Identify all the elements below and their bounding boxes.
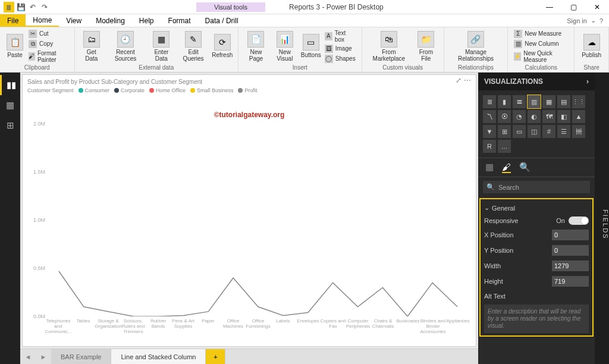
paste-button[interactable]: 📋Paste xyxy=(5,33,25,59)
new-measure-button[interactable]: ΣNew Measure xyxy=(513,29,569,39)
viz-type-icon[interactable]: ▤ xyxy=(557,95,570,108)
responsive-toggle[interactable] xyxy=(569,216,589,225)
viz-type-icon[interactable]: ▦ xyxy=(542,95,555,108)
from-file-button[interactable]: 📁From File xyxy=(413,30,439,63)
maximize-button[interactable]: ▢ xyxy=(561,0,585,14)
report-view-icon[interactable]: ▮▮ xyxy=(0,75,20,95)
redo-icon[interactable]: ↷ xyxy=(39,2,50,12)
chevron-right-icon[interactable]: › xyxy=(586,77,589,86)
viz-type-icon[interactable]: ⦿ xyxy=(498,110,511,123)
viz-type-icon[interactable]: ▮ xyxy=(498,95,511,108)
responsive-label: Responsive xyxy=(484,217,518,224)
tab-next-icon[interactable]: ► xyxy=(36,349,51,364)
ribbon-group-insert: Insert xyxy=(243,64,357,71)
enter-data-button[interactable]: ▦Enter Data xyxy=(147,30,175,63)
viz-type-icon[interactable]: 卌 xyxy=(572,125,585,138)
add-page-button[interactable]: + xyxy=(206,349,225,364)
shapes-button[interactable]: ◯Shapes xyxy=(324,54,357,64)
help-icon[interactable]: ? xyxy=(599,17,603,24)
viz-type-icon[interactable]: 〽 xyxy=(483,110,496,123)
format-tab-icon[interactable]: 🖌 xyxy=(502,162,511,173)
viz-type-icon[interactable]: 〓 xyxy=(513,95,526,108)
viz-type-icon[interactable]: ▼ xyxy=(483,125,496,138)
viz-type-icon[interactable]: ▥ xyxy=(528,95,541,108)
menu-view[interactable]: View xyxy=(59,14,89,27)
focus-mode-icon[interactable]: ⤢ xyxy=(456,76,462,84)
sign-in-link[interactable]: Sign in⌄? xyxy=(561,14,609,27)
visualizations-panel: VISUALIZATIONS› ≣▮〓▥▦▤⋮⋮〽⦿◔◐🗺◧▲▼⊞▭◫#☰卌R…… xyxy=(478,73,595,364)
general-section-header[interactable]: ⌄General xyxy=(484,202,589,214)
page-tabs: ◄ ► BAR Example Line and Stacked Column … xyxy=(20,349,478,364)
viz-type-icon[interactable]: 🗺 xyxy=(542,110,555,123)
copy-button[interactable]: ⧉Copy xyxy=(27,39,70,49)
height-input[interactable] xyxy=(552,276,589,287)
undo-icon[interactable]: ↶ xyxy=(27,2,38,12)
viz-type-icon[interactable]: R xyxy=(483,140,496,153)
edit-queries-button[interactable]: ✎Edit Queries xyxy=(178,30,209,63)
chart-visual[interactable]: ⤢ ⋯ Sales and Profit by Product Sub-Cate… xyxy=(22,74,476,347)
viz-type-icon[interactable]: ▲ xyxy=(572,110,585,123)
x-position-input[interactable] xyxy=(552,230,589,240)
format-search-input[interactable]: 🔍Search xyxy=(483,181,590,193)
manage-relationships-button[interactable]: 🔗Manage Relationships xyxy=(449,30,503,63)
ribbon-group-share: Share xyxy=(579,64,604,71)
y-position-input[interactable] xyxy=(552,245,589,256)
data-view-icon[interactable]: ▦ xyxy=(0,95,20,115)
chart-title: Sales and Profit by Product Sub-Category… xyxy=(27,79,471,85)
viz-type-icon[interactable]: ◫ xyxy=(528,125,541,138)
cut-button[interactable]: ✂Cut xyxy=(27,29,70,39)
new-page-button[interactable]: 📄New Page xyxy=(243,30,269,63)
fields-panel-collapsed[interactable]: FIELDS xyxy=(595,73,609,364)
visual-tools-contextual-tab: Visual tools xyxy=(196,2,265,12)
menu-file[interactable]: File xyxy=(0,14,26,27)
title-bar: ⫼ 💾 ↶ ↷ Visual tools Reports 3 - Power B… xyxy=(0,0,609,14)
ribbon: 📋Paste ✂Cut ⧉Copy 🖌Format Painter Clipbo… xyxy=(0,27,609,73)
recent-sources-button[interactable]: 🕘Recent Sources xyxy=(106,30,145,63)
viz-type-icon[interactable]: … xyxy=(498,140,511,153)
viz-type-icon[interactable]: # xyxy=(542,125,555,138)
search-icon: 🔍 xyxy=(486,183,495,191)
menu-home[interactable]: Home xyxy=(26,14,59,27)
page-tab-bar-example[interactable]: BAR Example xyxy=(51,349,111,364)
analytics-tab-icon[interactable]: 🔍 xyxy=(519,162,530,173)
new-quick-measure-button[interactable]: ⚡New Quick Measure xyxy=(513,49,569,64)
new-column-button[interactable]: ▥New Column xyxy=(513,39,569,49)
viz-type-icon[interactable]: ☰ xyxy=(557,125,570,138)
viz-type-icon[interactable]: ≣ xyxy=(483,95,496,108)
get-data-button[interactable]: 🗂Get Data xyxy=(80,30,104,63)
menu-modeling[interactable]: Modeling xyxy=(89,14,132,27)
minimize-button[interactable]: — xyxy=(538,0,561,14)
viz-type-icon[interactable]: ▭ xyxy=(513,125,526,138)
page-tab-line-stacked[interactable]: Line and Stacked Column xyxy=(111,349,206,364)
viz-type-icon[interactable]: ◔ xyxy=(513,110,526,123)
menu-format[interactable]: Format xyxy=(161,14,198,27)
viz-type-icon[interactable]: ◧ xyxy=(557,110,570,123)
model-view-icon[interactable]: ⊞ xyxy=(0,115,20,136)
y-position-label: Y Position xyxy=(484,247,513,254)
width-input[interactable] xyxy=(552,261,589,271)
save-icon[interactable]: 💾 xyxy=(15,2,26,12)
chart-legend: Customer SegmentConsumerCorporateHome Of… xyxy=(27,87,471,93)
alt-text-input[interactable]: Enter a description that will be read by… xyxy=(484,305,589,333)
height-label: Height xyxy=(484,278,503,285)
app-icon: ⫼ xyxy=(4,2,14,12)
buttons-button[interactable]: ▭Buttons xyxy=(301,33,321,59)
fields-tab-icon[interactable]: ▦ xyxy=(485,162,494,173)
close-button[interactable]: ✕ xyxy=(585,0,609,14)
tab-prev-icon[interactable]: ◄ xyxy=(20,349,36,364)
more-options-icon[interactable]: ⋯ xyxy=(464,76,471,84)
alt-text-label: Alt Text xyxy=(484,289,589,302)
text-box-button[interactable]: AText box xyxy=(324,29,357,43)
viz-type-icon[interactable]: ⋮⋮ xyxy=(572,95,585,108)
publish-button[interactable]: ☁Publish xyxy=(579,33,604,59)
menu-data-drill[interactable]: Data / Drill xyxy=(198,14,246,27)
format-painter-button[interactable]: 🖌Format Painter xyxy=(27,49,70,64)
from-marketplace-button[interactable]: 🛍From Marketplace xyxy=(367,30,411,63)
menu-help[interactable]: Help xyxy=(132,14,161,27)
new-visual-button[interactable]: 📊New Visual xyxy=(271,30,299,63)
refresh-button[interactable]: ⟳Refresh xyxy=(211,33,233,59)
image-button[interactable]: 🖼Image xyxy=(324,44,357,54)
ribbon-group-relationships: Relationships xyxy=(449,64,503,71)
viz-type-icon[interactable]: ◐ xyxy=(528,110,541,123)
viz-type-icon[interactable]: ⊞ xyxy=(498,125,511,138)
